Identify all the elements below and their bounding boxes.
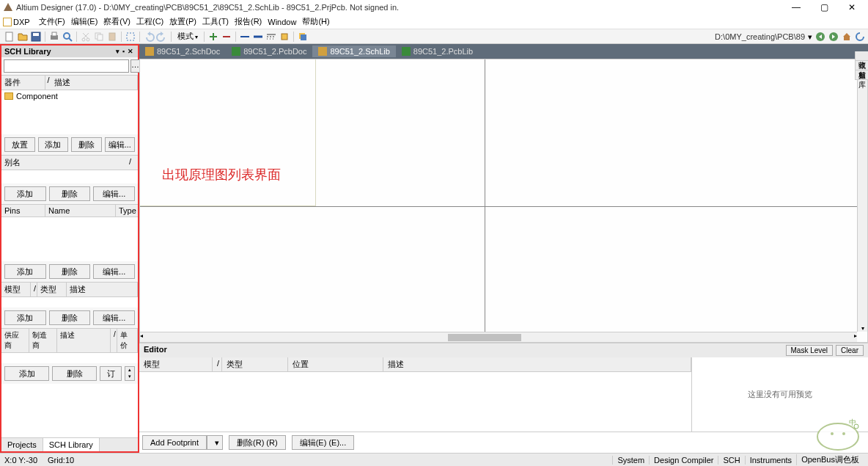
close-button[interactable]: ✕	[845, 2, 859, 12]
col-device[interactable]: 器件	[1, 76, 45, 90]
new-icon[interactable]	[4, 31, 15, 43]
menu-report[interactable]: 报告(R)	[232, 16, 265, 27]
paste-icon[interactable]	[106, 31, 118, 43]
menu-edit[interactable]: 编辑(E)	[68, 16, 101, 27]
cut-icon[interactable]	[80, 31, 92, 43]
rtab-fav[interactable]: 收藏	[856, 51, 868, 61]
menu-place[interactable]: 放置(P)	[166, 16, 199, 27]
add-footprint-dropdown[interactable]: ▾	[207, 435, 223, 450]
col-vendor[interactable]: 供应商	[1, 329, 29, 352]
col-type[interactable]: Type	[116, 205, 138, 216]
dxp-menu[interactable]: DXP	[3, 18, 30, 26]
alias-header[interactable]: 别名	[4, 157, 129, 168]
plus-icon[interactable]	[207, 31, 219, 43]
refresh-icon[interactable]	[855, 32, 865, 42]
undo-icon[interactable]	[143, 31, 155, 43]
edit-button[interactable]: 编辑...	[105, 137, 136, 152]
ecol-pos[interactable]: 位置	[288, 357, 383, 371]
vertical-scrollbar[interactable]	[857, 59, 867, 332]
pin-edit-button[interactable]: 编辑...	[93, 264, 135, 279]
place-dropdown[interactable]	[279, 31, 290, 43]
open-icon[interactable]	[17, 31, 29, 43]
tab-projects[interactable]: Projects	[1, 438, 43, 451]
menu-view[interactable]: 察看(V)	[100, 16, 133, 27]
col-desc[interactable]: 描述	[51, 76, 138, 90]
maximize-button[interactable]: ▢	[817, 2, 831, 12]
rtab-lib[interactable]: 库	[856, 70, 868, 80]
path-dropdown-icon[interactable]: ▾	[808, 32, 812, 42]
order-spinner[interactable]: ▴▾	[125, 366, 135, 381]
pin-delete-button[interactable]: 删除	[49, 264, 91, 279]
col-model[interactable]: 模型	[1, 283, 31, 296]
minimize-button[interactable]: —	[789, 2, 803, 12]
tab-pcbdoc[interactable]: 89C51_2.PcbDoc	[226, 45, 312, 57]
tab-schlib[interactable]: SCH Library	[43, 438, 100, 451]
col-mfr[interactable]: 制造商	[29, 329, 57, 352]
wire-icon[interactable]	[239, 31, 251, 43]
delete-button[interactable]: 删除	[71, 137, 102, 152]
editor-edit-button[interactable]: 编辑(E) (E)...	[292, 435, 355, 450]
supplier-delete-button[interactable]: 删除	[52, 366, 97, 381]
mask-level-button[interactable]: Mask Level	[786, 345, 834, 356]
order-button[interactable]: 订	[100, 366, 122, 381]
layer-dropdown[interactable]	[297, 31, 309, 43]
ecol-desc[interactable]: 描述	[383, 357, 691, 371]
alias-add-button[interactable]: 添加	[4, 186, 46, 201]
nav-fwd-icon[interactable]	[828, 32, 839, 42]
home-icon[interactable]	[842, 32, 852, 42]
stab-instruments[interactable]: Instruments	[745, 456, 796, 465]
rtab-clip[interactable]: 剪贴板	[856, 61, 868, 70]
model-delete-button[interactable]: 删除	[49, 310, 91, 325]
menu-help[interactable]: 帮助(H)	[299, 16, 332, 27]
panel-close-icon[interactable]: ✕	[128, 48, 133, 55]
ecol-type[interactable]: 类型	[222, 357, 288, 371]
component-item[interactable]: Component	[1, 90, 138, 102]
line-style-dropdown[interactable]	[265, 31, 277, 43]
schematic-canvas[interactable]: 出现原理图列表界面	[140, 59, 857, 332]
select-icon[interactable]	[125, 31, 136, 43]
menu-file[interactable]: 文件(F)	[36, 16, 68, 27]
tab-schlib-doc[interactable]: 89C51_2.SchLib	[312, 45, 395, 57]
col-price[interactable]: 单价	[117, 329, 138, 352]
nav-back-icon[interactable]	[815, 32, 825, 42]
editor-delete-button[interactable]: 删除(R) (R)	[229, 435, 286, 450]
stab-system[interactable]: System	[612, 456, 649, 465]
stab-design[interactable]: Design Compiler	[649, 456, 718, 465]
clear-button[interactable]: Clear	[836, 345, 864, 356]
minus-icon[interactable]	[221, 31, 232, 43]
save-icon[interactable]	[30, 31, 42, 43]
panel-pin-icon[interactable]: ▪	[122, 48, 125, 55]
redo-icon[interactable]	[156, 31, 168, 43]
alias-delete-button[interactable]: 删除	[49, 186, 91, 201]
add-button[interactable]: 添加	[38, 137, 69, 152]
col-name[interactable]: Name	[45, 205, 116, 216]
alias-edit-button[interactable]: 编辑...	[93, 186, 135, 201]
menu-project[interactable]: 工程(C)	[133, 16, 166, 27]
horizontal-scrollbar[interactable]	[140, 332, 857, 342]
pcbdoc-icon	[232, 47, 240, 56]
library-search-input[interactable]	[4, 59, 129, 73]
col-mdesc[interactable]: 描述	[67, 283, 138, 296]
ecol-model[interactable]: 模型	[139, 357, 213, 371]
col-pins[interactable]: Pins	[1, 205, 45, 216]
stab-openbus[interactable]: OpenBus调色板	[796, 454, 864, 465]
preview-icon[interactable]	[62, 31, 73, 43]
mode-dropdown[interactable]: 模式	[174, 30, 202, 43]
tab-schdoc[interactable]: 89C51_2.SchDoc	[139, 45, 226, 57]
print-icon[interactable]	[48, 31, 60, 43]
menu-tools[interactable]: 工具(T)	[199, 16, 232, 27]
col-mtype[interactable]: 类型	[37, 283, 67, 296]
pin-add-button[interactable]: 添加	[4, 264, 46, 279]
panel-menu-icon[interactable]: ▾	[116, 48, 119, 55]
copy-icon[interactable]	[93, 31, 105, 43]
menu-window[interactable]: Window	[265, 18, 299, 26]
model-add-button[interactable]: 添加	[4, 310, 46, 325]
col-sdesc[interactable]: 描述	[57, 329, 111, 352]
stab-sch[interactable]: SCH	[718, 456, 744, 465]
supplier-add-button[interactable]: 添加	[4, 366, 49, 381]
bus-icon[interactable]	[252, 31, 264, 43]
add-footprint-button[interactable]: Add Footprint	[142, 435, 207, 450]
tab-pcblib[interactable]: 89C51_2.PcbLib	[396, 45, 479, 57]
model-edit-button[interactable]: 编辑...	[93, 310, 135, 325]
place-button[interactable]: 放置	[4, 137, 35, 152]
